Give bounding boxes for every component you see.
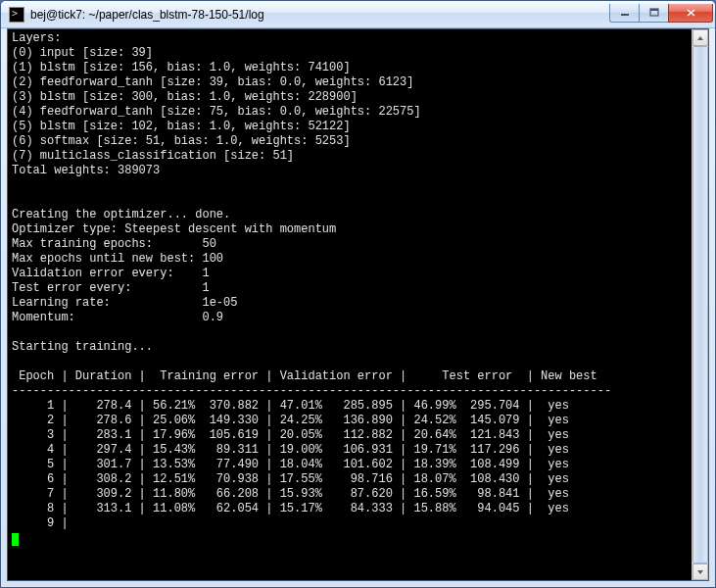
maximize-button[interactable] (639, 4, 668, 23)
window-controls (609, 4, 713, 23)
scroll-down-button[interactable] (692, 564, 708, 580)
scrollbar[interactable] (692, 29, 708, 580)
chevron-up-icon (696, 35, 704, 41)
terminal-output[interactable]: Layers: (0) input [size: 39] (1) blstm [… (8, 29, 692, 580)
close-button[interactable] (668, 4, 713, 23)
minimize-button[interactable] (609, 4, 639, 23)
chevron-down-icon (696, 569, 704, 575)
window-title: bej@tick7: ~/paper/clas_blstm-78-150-51/… (30, 8, 609, 22)
content-area: Layers: (0) input [size: 39] (1) blstm [… (7, 28, 709, 581)
minimize-icon (620, 8, 630, 18)
terminal-window: bej@tick7: ~/paper/clas_blstm-78-150-51/… (0, 0, 716, 588)
close-icon (686, 8, 696, 18)
content-frame: Layers: (0) input [size: 39] (1) blstm [… (1, 28, 715, 587)
titlebar[interactable]: bej@tick7: ~/paper/clas_blstm-78-150-51/… (1, 1, 715, 28)
scroll-track[interactable] (692, 46, 708, 564)
svg-rect-0 (621, 14, 629, 16)
maximize-icon (649, 8, 659, 18)
scroll-up-button[interactable] (692, 29, 708, 46)
svg-rect-2 (650, 9, 658, 11)
app-icon (9, 7, 24, 23)
cursor (12, 533, 19, 546)
scroll-thumb[interactable] (692, 46, 708, 564)
